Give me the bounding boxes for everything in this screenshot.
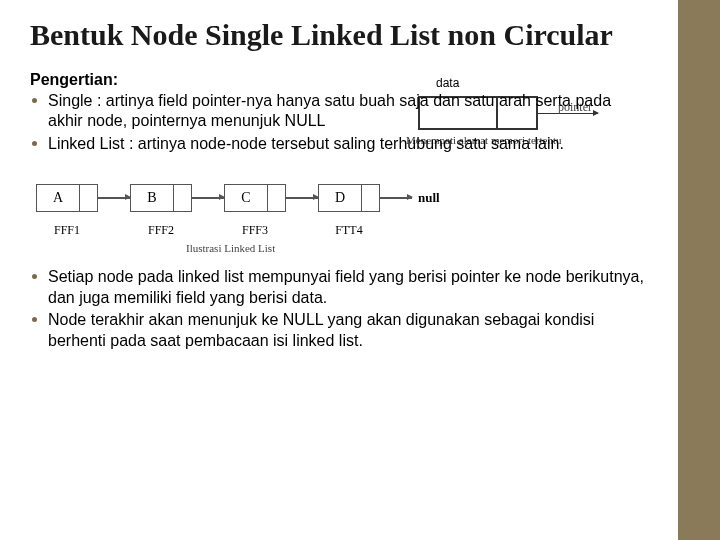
explanation-list: Setiap node pada linked list mempunyai f… <box>30 267 648 352</box>
ll-address: FFF3 <box>224 223 286 238</box>
ll-arrow-icon <box>286 197 318 199</box>
bullet-dot-icon <box>32 274 37 279</box>
bullet-item: Node terakhir akan menunjuk ke NULL yang… <box>30 310 648 352</box>
bullet-item: Single : artinya field pointer-nya hanya… <box>30 91 648 133</box>
side-stripe <box>678 0 720 540</box>
ll-node-pointer <box>362 184 380 212</box>
linked-list-addresses: FFF1 FFF2 FFF3 FTT4 <box>36 223 648 238</box>
bullet-dot-icon <box>32 317 37 322</box>
ll-address: FFF2 <box>130 223 192 238</box>
ll-node-pointer <box>268 184 286 212</box>
linked-list-row: A B C D null <box>36 181 648 215</box>
slide-content: Bentuk Node Single Linked List non Circu… <box>0 0 678 540</box>
ll-arrow-icon <box>192 197 224 199</box>
ll-arrow-icon <box>380 197 412 199</box>
linked-list-caption: Ilustrasi Linked List <box>186 242 648 254</box>
node-data-label: data <box>436 76 459 90</box>
bullet-dot-icon <box>32 141 37 146</box>
bullet-text: Setiap node pada linked list mempunyai f… <box>48 268 644 306</box>
bullet-text: Node terakhir akan menunjuk ke NULL yang… <box>48 311 594 349</box>
ll-node-data: B <box>130 184 174 212</box>
ll-address: FFF1 <box>36 223 98 238</box>
ll-node-data: D <box>318 184 362 212</box>
ll-node: B <box>130 184 192 212</box>
ll-address: FTT4 <box>318 223 380 238</box>
slide-title: Bentuk Node Single Linked List non Circu… <box>30 18 648 53</box>
ll-arrow-icon <box>98 197 130 199</box>
bullet-item: Setiap node pada linked list mempunyai f… <box>30 267 648 309</box>
ll-node-data: A <box>36 184 80 212</box>
definition-list: Single : artinya field pointer-nya hanya… <box>30 91 648 155</box>
bullet-dot-icon <box>32 98 37 103</box>
linked-list-figure: A B C D null FFF1 FFF2 FFF3 <box>36 181 648 259</box>
ll-node-pointer <box>80 184 98 212</box>
ll-node-data: C <box>224 184 268 212</box>
ll-node-pointer <box>174 184 192 212</box>
ll-node: D <box>318 184 380 212</box>
bullet-item: Linked List : artinya node-node tersebut… <box>30 134 648 155</box>
bullet-text: Single : artinya field pointer-nya hanya… <box>48 92 611 130</box>
ll-null-label: null <box>418 190 440 206</box>
ll-node: C <box>224 184 286 212</box>
ll-node: A <box>36 184 98 212</box>
bullet-text: Linked List : artinya node-node tersebut… <box>48 135 564 152</box>
